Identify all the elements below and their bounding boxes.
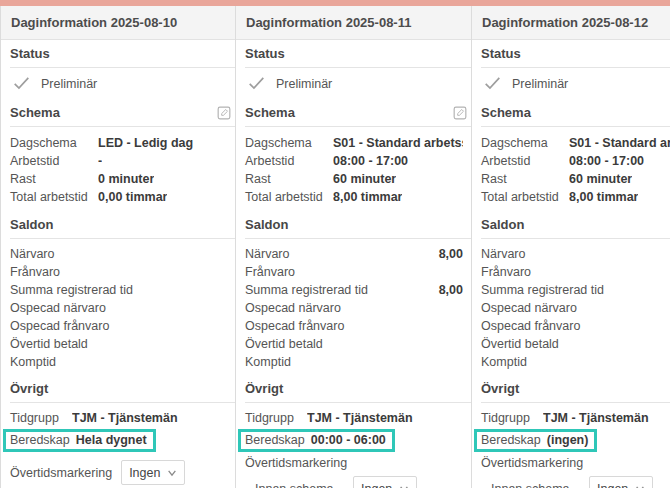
schema-row: DagschemaLED - Ledig dag bbox=[10, 134, 227, 152]
row-label: Beredskap bbox=[245, 433, 305, 448]
row-label: Summa registrerad tid bbox=[245, 281, 368, 299]
innan-schema-select[interactable]: Ingen bbox=[589, 476, 653, 488]
overtidsmarkering-row: Övertidsmarkering Ingen bbox=[10, 460, 227, 485]
section-header-schema: Schema bbox=[245, 99, 471, 127]
row-value: S01 - Standard arbetssc… bbox=[569, 134, 670, 152]
row-value: 8,00 timmar bbox=[569, 188, 638, 206]
schema-rows: DagschemaLED - Ledig dag Arbetstid- Rast… bbox=[10, 134, 227, 206]
overtid-select[interactable]: Ingen bbox=[121, 460, 185, 485]
saldon-rows: Närvaro8,00 Frånvaro Summa registrerad t… bbox=[245, 245, 463, 371]
row-label: Komptid bbox=[10, 353, 56, 371]
schema-row: Rast60 minuter bbox=[481, 170, 670, 188]
row-value: 0 minuter bbox=[98, 170, 154, 188]
row-label: Övertid betald bbox=[245, 335, 323, 353]
saldo-row: Övertid betald bbox=[245, 335, 463, 353]
saldo-row: Summa registrerad tid8,00 bbox=[245, 281, 463, 299]
edit-schema-button[interactable] bbox=[453, 106, 467, 120]
edit-icon bbox=[217, 108, 231, 123]
row-label: Ospecad frånvaro bbox=[481, 317, 580, 335]
saldo-row: Frånvaro bbox=[245, 263, 463, 281]
row-label: Dagschema bbox=[481, 134, 569, 152]
saldo-row: Närvaro8,00 bbox=[245, 245, 463, 263]
row-label: Total arbetstid bbox=[481, 188, 569, 206]
row-label: Beredskap bbox=[10, 433, 70, 448]
row-label: Arbetstid bbox=[481, 152, 569, 170]
row-label: Ospecad frånvaro bbox=[245, 317, 344, 335]
status-value: Preliminär bbox=[276, 77, 332, 91]
section-header-saldon: Saldon bbox=[245, 211, 471, 239]
saldo-row: Ospecad frånvaro bbox=[245, 317, 463, 335]
row-value: 60 minuter bbox=[569, 170, 632, 188]
schema-row: Arbetstid08:00 - 17:00 bbox=[481, 152, 670, 170]
row-value: 8,00 bbox=[439, 281, 463, 299]
row-label: Total arbetstid bbox=[10, 188, 98, 206]
schema-header-label: Schema bbox=[10, 105, 60, 121]
row-label: Rast bbox=[481, 170, 569, 188]
check-icon bbox=[248, 76, 265, 93]
saldo-row: Närvaro bbox=[481, 245, 670, 263]
status-value: Preliminär bbox=[512, 77, 568, 91]
row-label: Arbetstid bbox=[245, 152, 333, 170]
check-icon bbox=[13, 76, 30, 93]
innan-schema-select[interactable]: Ingen bbox=[353, 476, 417, 488]
tidgrupp-row: Tidgrupp TJM - Tjänstemän bbox=[10, 410, 227, 426]
row-label: Ospecad närvaro bbox=[10, 299, 106, 317]
section-header-saldon: Saldon bbox=[10, 211, 235, 239]
row-label: Komptid bbox=[481, 353, 527, 371]
day-panels: Daginformation 2025-08-10 Status Prelimi… bbox=[0, 6, 670, 488]
panel-body: Status Preliminär Schema DagschemaLED - … bbox=[1, 40, 235, 485]
saldo-row: Summa registrerad tid bbox=[10, 281, 227, 299]
schema-row: DagschemaS01 - Standard arbetssc… bbox=[245, 134, 463, 152]
row-value: TJM - Tjänstemän bbox=[307, 410, 413, 426]
section-header-ovrigt: Övrigt bbox=[10, 375, 235, 403]
schema-row: Total arbetstid8,00 timmar bbox=[245, 188, 463, 206]
beredskap-row: Beredskap Hela dygnet bbox=[10, 429, 227, 452]
schema-row: DagschemaS01 - Standard arbetssc… bbox=[481, 134, 670, 152]
row-label: Tidgrupp bbox=[245, 410, 307, 426]
row-value: Hela dygnet bbox=[76, 433, 147, 448]
row-value: TJM - Tjänstemän bbox=[72, 410, 178, 426]
edit-icon bbox=[453, 108, 467, 123]
row-label: Arbetstid bbox=[10, 152, 98, 170]
row-label: Ospecad frånvaro bbox=[10, 317, 109, 335]
schema-row: Total arbetstid8,00 timmar bbox=[481, 188, 670, 206]
row-label: Övertid betald bbox=[481, 335, 559, 353]
saldo-row: Komptid bbox=[481, 353, 670, 371]
row-label: Rast bbox=[10, 170, 98, 188]
row-value: - bbox=[98, 152, 102, 170]
row-value: 08:00 - 17:00 bbox=[569, 152, 644, 170]
schema-header-label: Schema bbox=[481, 105, 531, 121]
schema-row: Rast60 minuter bbox=[245, 170, 463, 188]
day-panel-2025-08-10: Daginformation 2025-08-10 Status Prelimi… bbox=[0, 6, 236, 488]
row-label: Närvaro bbox=[245, 245, 289, 263]
row-value: LED - Ledig dag bbox=[98, 134, 193, 152]
row-label: Närvaro bbox=[10, 245, 54, 263]
saldo-row: Frånvaro bbox=[10, 263, 227, 281]
schema-rows: DagschemaS01 - Standard arbetssc… Arbets… bbox=[245, 134, 463, 206]
saldon-rows: Närvaro Frånvaro Summa registrerad tid O… bbox=[10, 245, 227, 371]
check-icon bbox=[484, 76, 501, 93]
row-label: Frånvaro bbox=[481, 263, 531, 281]
row-value: S01 - Standard arbetssc… bbox=[333, 134, 463, 152]
status-row: Preliminär bbox=[245, 75, 463, 93]
row-label: Rast bbox=[245, 170, 333, 188]
panel-title: Daginformation 2025-08-12 bbox=[472, 6, 670, 40]
panel-body: Status Preliminär Schema DagschemaS01 - … bbox=[236, 40, 471, 488]
row-label: Innan schema bbox=[491, 482, 589, 488]
overtidsmarkering-label: Övertidsmarkering bbox=[481, 456, 670, 471]
row-value: 00:00 - 06:00 bbox=[311, 433, 386, 448]
edit-schema-button[interactable] bbox=[217, 106, 231, 120]
saldo-row: Övertid betald bbox=[481, 335, 670, 353]
row-label: Frånvaro bbox=[245, 263, 295, 281]
panel-body: Status Preliminär Schema DagschemaS01 - … bbox=[472, 40, 670, 488]
innan-schema-row: Innan schema Ingen bbox=[481, 476, 670, 488]
row-label: Ospecad närvaro bbox=[245, 299, 341, 317]
row-label: Övertid betald bbox=[10, 335, 88, 353]
saldo-row: Ospecad närvaro bbox=[481, 299, 670, 317]
row-label: Total arbetstid bbox=[245, 188, 333, 206]
schema-rows: DagschemaS01 - Standard arbetssc… Arbets… bbox=[481, 134, 670, 206]
tidgrupp-row: Tidgrupp TJM - Tjänstemän bbox=[245, 410, 463, 426]
saldo-row: Övertid betald bbox=[10, 335, 227, 353]
row-label: Summa registrerad tid bbox=[481, 281, 604, 299]
saldo-row: Ospecad närvaro bbox=[245, 299, 463, 317]
